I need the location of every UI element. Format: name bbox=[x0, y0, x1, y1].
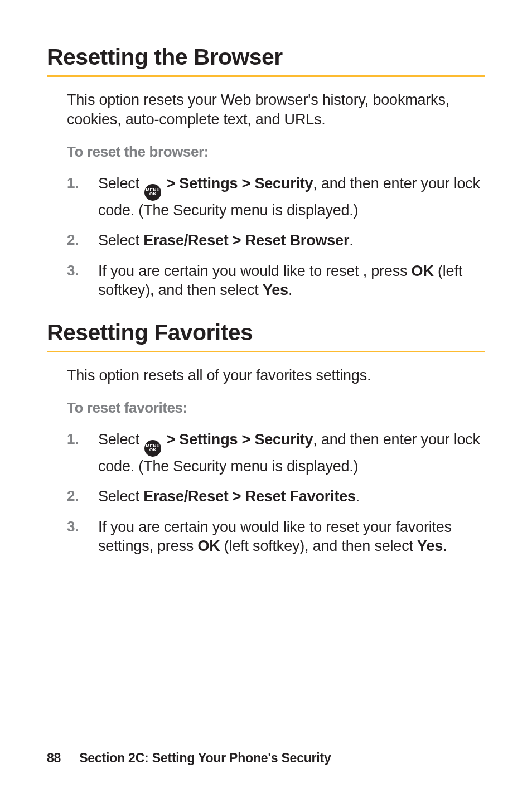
step-bold-1: Erase/Reset > Reset Favorites bbox=[143, 488, 356, 505]
step-plain-1: . bbox=[349, 232, 353, 249]
step-number: 1. bbox=[67, 430, 89, 448]
step-plain-2: . bbox=[288, 282, 292, 298]
step-item: 2. Select Erase/Reset > Reset Browser. bbox=[67, 225, 485, 256]
step-number: 3. bbox=[67, 262, 89, 280]
step-item: 3. If you are certain you would like to … bbox=[67, 512, 485, 562]
section-label: Section 2C: Setting Your Phone's Securit… bbox=[79, 751, 331, 765]
step-item: 2. Select Erase/Reset > Reset Favorites. bbox=[67, 481, 485, 512]
step-plain-1: . bbox=[356, 488, 360, 505]
intro-paragraph: This option resets all of your favorites… bbox=[67, 366, 485, 385]
step-item: 3. If you are certain you would like to … bbox=[67, 256, 485, 306]
step-bold-1: > Settings > Security bbox=[162, 175, 313, 192]
step-text-pre: Select bbox=[98, 175, 143, 192]
page-content: Resetting the Browser This option resets… bbox=[0, 0, 532, 562]
page-number: 88 bbox=[47, 751, 76, 766]
heading-resetting-browser: Resetting the Browser bbox=[47, 45, 485, 77]
step-bold-2: Yes bbox=[263, 282, 288, 298]
step-bold-1: Erase/Reset > Reset Browser bbox=[143, 232, 349, 249]
menu-ok-icon: MENUOK bbox=[144, 184, 161, 201]
step-bold-1: > Settings > Security bbox=[162, 431, 313, 448]
step-text-pre: Select bbox=[98, 488, 143, 505]
steps-list-favorites: 1. Select MENUOK > Settings > Security, … bbox=[67, 424, 485, 562]
step-text-pre: Select bbox=[98, 431, 143, 448]
step-number: 2. bbox=[67, 231, 89, 249]
step-item: 1. Select MENUOK > Settings > Security, … bbox=[67, 168, 485, 225]
subhead-reset-favorites: To reset favorites: bbox=[67, 399, 485, 417]
steps-list-browser: 1. Select MENUOK > Settings > Security, … bbox=[67, 168, 485, 306]
step-number: 2. bbox=[67, 487, 89, 505]
subhead-reset-browser: To reset the browser: bbox=[67, 143, 485, 161]
page-footer: 88 Section 2C: Setting Your Phone's Secu… bbox=[47, 751, 331, 766]
icon-bottom-text: OK bbox=[146, 192, 160, 196]
step-plain-1: (left softkey), and then select bbox=[220, 538, 418, 554]
step-bold-1: OK bbox=[197, 538, 220, 554]
step-text-pre: Select bbox=[98, 232, 143, 249]
step-number: 3. bbox=[67, 518, 89, 536]
step-number: 1. bbox=[67, 174, 89, 192]
step-bold-1: OK bbox=[412, 263, 434, 279]
icon-bottom-text: OK bbox=[146, 448, 160, 452]
intro-paragraph: This option resets your Web browser's hi… bbox=[67, 90, 485, 129]
heading-resetting-favorites: Resetting Favorites bbox=[47, 320, 485, 352]
step-text-pre: If you are certain you would like to res… bbox=[98, 263, 412, 279]
step-bold-2: Yes bbox=[417, 538, 443, 554]
menu-ok-icon: MENUOK bbox=[144, 440, 161, 457]
step-item: 1. Select MENUOK > Settings > Security, … bbox=[67, 424, 485, 481]
step-plain-2: . bbox=[443, 538, 447, 554]
